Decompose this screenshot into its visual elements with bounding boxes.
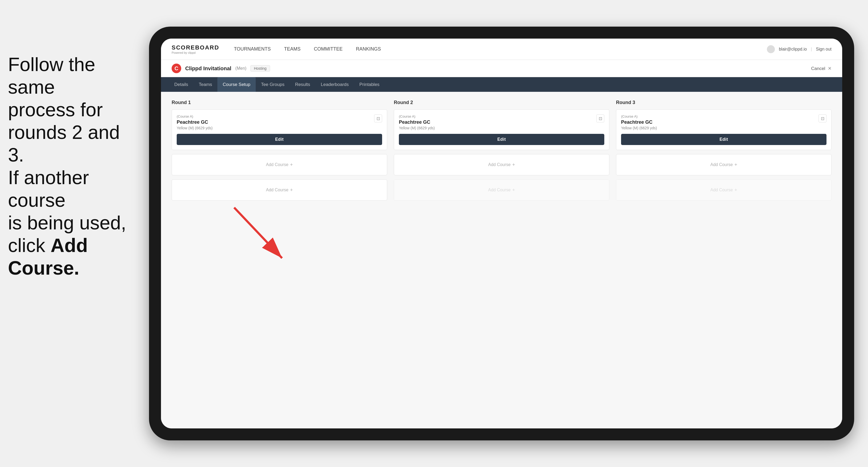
- round-1-add-course-2-label: Add Course +: [266, 187, 293, 193]
- nav-rankings[interactable]: RANKINGS: [355, 46, 382, 52]
- logo-area: SCOREBOARD Powered by clippd: [172, 44, 219, 54]
- round-3-course-header: (Course A) Peachtree GC Yellow (M) (6629…: [621, 115, 827, 134]
- nav-links: TOURNAMENTS TEAMS COMMITTEE RANKINGS: [232, 46, 767, 52]
- clippd-logo: C: [172, 64, 181, 73]
- tab-bar: Details Teams Course Setup Tee Groups Re…: [161, 77, 842, 92]
- hosting-badge: Hosting: [250, 65, 270, 71]
- round-3-course-label: (Course A): [621, 115, 657, 118]
- scoreboard-logo: SCOREBOARD: [172, 44, 219, 51]
- nav-right: blair@clippd.io | Sign out: [767, 45, 832, 53]
- tournament-name: Clippd Invitational: [185, 65, 231, 71]
- round-1-course-header: (Course A) Peachtree GC Yellow (M) (6629…: [177, 115, 382, 134]
- tab-results[interactable]: Results: [290, 77, 316, 92]
- round-2-course-card: (Course A) Peachtree GC Yellow (M) (6629…: [394, 110, 609, 150]
- round-2-title: Round 2: [394, 100, 609, 105]
- round-1-add-course-2[interactable]: Add Course +: [172, 179, 387, 200]
- tab-course-setup[interactable]: Course Setup: [217, 77, 256, 92]
- instruction-panel: Follow the sameprocess forrounds 2 and 3…: [8, 53, 136, 279]
- tablet-device: SCOREBOARD Powered by clippd TOURNAMENTS…: [149, 27, 854, 440]
- round-3-add-course-2: Add Course +: [616, 179, 832, 200]
- nav-tournaments[interactable]: TOURNAMENTS: [232, 46, 272, 52]
- round-1-course-details: Yellow (M) (6629 yds): [177, 126, 213, 130]
- round-3-edit-button[interactable]: Edit: [621, 134, 827, 145]
- rounds-grid: Round 1 (Course A) Peachtree GC Yellow (…: [172, 100, 832, 205]
- round-1-course-card: (Course A) Peachtree GC Yellow (M) (6629…: [172, 110, 387, 150]
- round-1-course-name: Peachtree GC: [177, 120, 213, 125]
- tab-leaderboards[interactable]: Leaderboards: [316, 77, 354, 92]
- sub-header-left: C Clippd Invitational (Men) Hosting: [172, 64, 270, 73]
- round-3-plus-1: +: [735, 162, 737, 168]
- round-2-add-course-1-label: Add Course +: [488, 162, 515, 168]
- round-1-plus-1: +: [290, 162, 293, 168]
- user-email: blair@clippd.io: [779, 47, 807, 52]
- round-1-course-label: (Course A): [177, 115, 213, 118]
- user-avatar: [767, 45, 775, 53]
- round-1-plus-2: +: [290, 187, 293, 193]
- nav-teams[interactable]: TEAMS: [283, 46, 302, 52]
- round-2-add-course-2: Add Course +: [394, 179, 609, 200]
- tablet-screen: SCOREBOARD Powered by clippd TOURNAMENTS…: [161, 39, 842, 428]
- round-3-column: Round 3 (Course A) Peachtree GC Yellow (…: [616, 100, 832, 205]
- tab-teams[interactable]: Teams: [193, 77, 217, 92]
- round-2-course-info: (Course A) Peachtree GC Yellow (M) (6629…: [399, 115, 435, 134]
- round-2-add-course-2-label: Add Course +: [488, 187, 515, 193]
- tab-details[interactable]: Details: [169, 77, 193, 92]
- bold-text: Add Course.: [8, 235, 88, 279]
- sub-header: C Clippd Invitational (Men) Hosting Canc…: [161, 60, 842, 77]
- tab-printables[interactable]: Printables: [354, 77, 385, 92]
- top-navigation: SCOREBOARD Powered by clippd TOURNAMENTS…: [161, 39, 842, 60]
- nav-committee[interactable]: COMMITTEE: [313, 46, 344, 52]
- round-3-add-course-1[interactable]: Add Course +: [616, 154, 832, 175]
- cancel-x: ✕: [828, 66, 832, 71]
- content-area: Round 1 (Course A) Peachtree GC Yellow (…: [161, 92, 842, 428]
- round-3-course-card: (Course A) Peachtree GC Yellow (M) (6629…: [616, 110, 832, 150]
- round-3-course-info: (Course A) Peachtree GC Yellow (M) (6629…: [621, 115, 657, 134]
- round-2-plus-2: +: [512, 187, 515, 193]
- round-2-column: Round 2 (Course A) Peachtree GC Yellow (…: [394, 100, 609, 205]
- round-1-column: Round 1 (Course A) Peachtree GC Yellow (…: [172, 100, 387, 205]
- cancel-area: Cancel ✕: [811, 66, 832, 71]
- tab-tee-groups[interactable]: Tee Groups: [256, 77, 290, 92]
- round-3-course-details: Yellow (M) (6629 yds): [621, 126, 657, 130]
- pipe-separator: |: [811, 47, 812, 52]
- round-3-add-course-2-label: Add Course +: [710, 187, 737, 193]
- round-1-edit-button[interactable]: Edit: [177, 134, 382, 145]
- round-3-title: Round 3: [616, 100, 832, 105]
- round-2-course-label: (Course A): [399, 115, 435, 118]
- round-2-add-course-1[interactable]: Add Course +: [394, 154, 609, 175]
- sign-out-link[interactable]: Sign out: [816, 47, 832, 52]
- round-2-course-details: Yellow (M) (6629 yds): [399, 126, 435, 130]
- round-2-plus-1: +: [512, 162, 515, 168]
- round-1-title: Round 1: [172, 100, 387, 105]
- round-1-course-info: (Course A) Peachtree GC Yellow (M) (6629…: [177, 115, 213, 134]
- cancel-button[interactable]: Cancel ✕: [811, 66, 832, 71]
- round-2-course-header: (Course A) Peachtree GC Yellow (M) (6629…: [399, 115, 604, 134]
- round-2-delete-button[interactable]: ⊡: [596, 115, 604, 122]
- powered-by: Powered by clippd: [172, 51, 219, 54]
- round-3-add-course-1-label: Add Course +: [710, 162, 737, 168]
- instruction-text: Follow the sameprocess forrounds 2 and 3…: [8, 53, 136, 279]
- round-2-course-name: Peachtree GC: [399, 120, 435, 125]
- cancel-label: Cancel: [811, 66, 825, 71]
- round-1-delete-button[interactable]: ⊡: [374, 115, 382, 122]
- round-2-edit-button[interactable]: Edit: [399, 134, 604, 145]
- round-1-add-course-1-label: Add Course +: [266, 162, 293, 168]
- round-1-add-course-1[interactable]: Add Course +: [172, 154, 387, 175]
- round-3-delete-button[interactable]: ⊡: [818, 115, 827, 122]
- tournament-gender: (Men): [235, 66, 246, 71]
- round-3-plus-2: +: [735, 187, 737, 193]
- round-3-course-name: Peachtree GC: [621, 120, 657, 125]
